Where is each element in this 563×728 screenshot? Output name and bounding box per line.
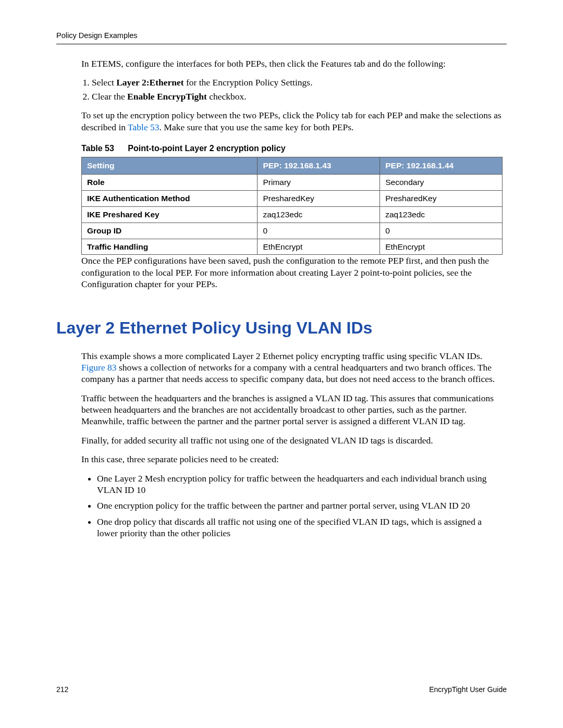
- table-row: IKE Preshared Key zaq123edc zaq123edc: [82, 206, 503, 223]
- page-header: Policy Design Examples: [56, 31, 507, 44]
- table-row: Group ID 0 0: [82, 223, 503, 239]
- col-pep-44: PEP: 192.168.1.44: [380, 157, 503, 175]
- table-53-link[interactable]: Table 53: [128, 122, 160, 132]
- setup-paragraph: To set up the encryption policy between …: [81, 109, 503, 133]
- list-item: One encryption policy for the traffic be…: [97, 500, 503, 511]
- figure-83-link[interactable]: Figure 83: [81, 362, 117, 373]
- header-title: Policy Design Examples: [56, 31, 138, 40]
- intro-paragraph: In ETEMS, configure the interfaces for b…: [81, 58, 503, 69]
- table-header-row: Setting PEP: 192.168.1.43 PEP: 192.168.1…: [82, 157, 503, 175]
- numbered-steps: Select Layer 2:Ethernet for the Encrypti…: [81, 77, 503, 102]
- step-2: Clear the Enable EncrypTight checkbox.: [92, 91, 503, 102]
- page-number: 212: [56, 685, 68, 694]
- policy-table: Setting PEP: 192.168.1.43 PEP: 192.168.1…: [81, 157, 503, 255]
- table-row: IKE Authentication Method PresharedKey P…: [82, 191, 503, 207]
- section-heading: Layer 2 Ethernet Policy Using VLAN IDs: [56, 317, 503, 339]
- bullet-list: One Layer 2 Mesh encryption policy for t…: [81, 473, 503, 539]
- table-row: Traffic Handling EthEncrypt EthEncrypt: [82, 239, 503, 255]
- page-footer: 212 EncrypTight User Guide: [56, 685, 507, 694]
- sec2-paragraph-2: Traffic between the headquarters and the…: [81, 392, 503, 427]
- col-pep-43: PEP: 192.168.1.43: [258, 157, 380, 175]
- post-table-paragraph: Once the PEP configurations have been sa…: [81, 255, 503, 290]
- col-setting: Setting: [82, 157, 258, 175]
- list-item: One Layer 2 Mesh encryption policy for t…: [97, 473, 503, 496]
- table-title: Point-to-point Layer 2 encryption policy: [128, 144, 285, 153]
- sec2-paragraph-4: In this case, three separate policies ne…: [81, 453, 503, 465]
- table-caption: Table 53 Point-to-point Layer 2 encrypti…: [81, 143, 503, 154]
- main-content: In ETEMS, configure the interfaces for b…: [81, 58, 503, 539]
- sec2-paragraph-1: This example shows a more complicated La…: [81, 350, 503, 385]
- list-item: One drop policy that discards all traffi…: [97, 516, 503, 539]
- table-number: Table 53: [81, 144, 114, 153]
- sec2-paragraph-3: Finally, for added security all traffic …: [81, 435, 503, 446]
- table-row: Role Primary Secondary: [82, 175, 503, 191]
- guide-title: EncrypTight User Guide: [429, 685, 507, 694]
- step-1: Select Layer 2:Ethernet for the Encrypti…: [92, 77, 503, 88]
